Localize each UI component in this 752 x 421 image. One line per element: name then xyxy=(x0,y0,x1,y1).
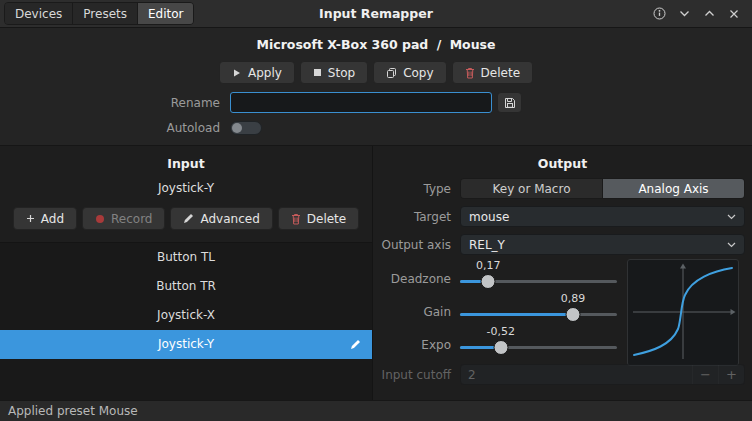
save-rename-button[interactable] xyxy=(497,92,522,113)
tab-presets[interactable]: Presets xyxy=(73,3,138,24)
deadzone-slider-row: Deadzone 0,17 xyxy=(380,259,617,290)
axis-tuning-section: Deadzone 0,17 Gain xyxy=(380,259,745,356)
target-dropdown[interactable]: mouse xyxy=(460,206,745,227)
add-label: Add xyxy=(41,212,64,226)
view-switcher: Devices Presets Editor xyxy=(4,2,194,25)
stop-button[interactable]: Stop xyxy=(300,61,368,84)
output-axis-value: REL_Y xyxy=(469,238,727,252)
copy-label: Copy xyxy=(403,66,433,80)
input-item-label: Joystick-X xyxy=(157,308,215,322)
status-bar: Applied preset Mouse xyxy=(0,400,752,421)
type-label: Type xyxy=(380,182,460,196)
input-cutoff-label: Input cutoff xyxy=(380,368,460,382)
expo-value: -0,52 xyxy=(487,325,515,338)
close-icon[interactable] xyxy=(725,5,743,23)
add-input-button[interactable]: Add xyxy=(13,207,77,230)
advanced-label: Advanced xyxy=(200,212,259,226)
input-cutoff-spinbox[interactable]: 2 − + xyxy=(460,364,745,385)
type-option-key-or-macro[interactable]: Key or Macro xyxy=(461,179,602,198)
rename-label: Rename xyxy=(0,96,230,110)
editor-panes: Input Joystick-Y Add Record Advanced Del xyxy=(0,146,752,400)
plus-icon[interactable]: + xyxy=(718,365,744,384)
input-list-item[interactable]: Button TL xyxy=(0,243,372,272)
type-row: Type Key or Macro Analog Axis xyxy=(380,178,745,199)
output-panel-title: Output xyxy=(380,156,745,171)
input-list: Button TL Button TR Joystick-X Joystick-… xyxy=(0,242,372,400)
chevron-down-icon xyxy=(727,242,736,248)
preset-header: Microsoft X-Box 360 pad / Mouse Apply St… xyxy=(0,28,752,146)
stop-icon xyxy=(313,68,322,77)
chevron-down-icon xyxy=(727,214,736,220)
floppy-icon xyxy=(504,97,516,109)
output-panel: Output Type Key or Macro Analog Axis Tar… xyxy=(373,146,752,400)
output-axis-dropdown[interactable]: REL_Y xyxy=(460,234,745,255)
autoload-toggle[interactable] xyxy=(230,121,262,135)
deadzone-value: 0,17 xyxy=(476,259,501,272)
slider-handle[interactable] xyxy=(493,340,508,355)
chevron-up-icon[interactable] xyxy=(700,5,718,23)
input-list-item-selected[interactable]: Joystick-Y xyxy=(0,330,372,359)
apply-label: Apply xyxy=(248,66,282,80)
input-item-label: Joystick-Y xyxy=(158,337,214,351)
gain-slider[interactable] xyxy=(460,305,617,323)
titlebar: Devices Presets Editor Input Remapper xyxy=(0,0,752,28)
input-item-label: Button TR xyxy=(156,279,216,293)
preset-actions: Apply Stop Copy Delete xyxy=(0,61,752,84)
apply-button[interactable]: Apply xyxy=(219,61,295,84)
gain-slider-row: Gain 0,89 xyxy=(380,292,617,323)
expo-slider[interactable] xyxy=(460,338,617,356)
deadzone-label: Deadzone xyxy=(380,272,460,290)
delete-input-button[interactable]: Delete xyxy=(278,207,359,230)
status-message: Applied preset Mouse xyxy=(8,404,138,418)
slider-handle[interactable] xyxy=(566,307,581,322)
record-label: Record xyxy=(111,212,152,226)
path-separator: / xyxy=(437,37,442,52)
input-cutoff-value: 2 xyxy=(461,368,692,382)
target-value: mouse xyxy=(469,210,727,224)
play-icon xyxy=(232,68,242,78)
pencil-icon xyxy=(183,213,194,224)
gain-label: Gain xyxy=(380,305,460,323)
expo-label: Expo xyxy=(380,338,460,356)
expo-slider-row: Expo -0,52 xyxy=(380,325,617,356)
toggle-knob xyxy=(232,123,242,133)
tab-devices[interactable]: Devices xyxy=(5,3,73,24)
window-controls xyxy=(650,5,752,23)
trash-icon xyxy=(291,213,301,225)
record-icon xyxy=(95,214,105,224)
gain-value: 0,89 xyxy=(561,292,586,305)
input-panel: Input Joystick-Y Add Record Advanced Del xyxy=(0,146,373,400)
tab-editor[interactable]: Editor xyxy=(138,3,194,24)
edit-pencil-icon[interactable] xyxy=(350,339,361,350)
chevron-down-icon[interactable] xyxy=(675,5,693,23)
preset-name: Mouse xyxy=(450,37,496,52)
copy-button[interactable]: Copy xyxy=(373,61,446,84)
input-list-item[interactable]: Button TR xyxy=(0,272,372,301)
record-button[interactable]: Record xyxy=(82,207,165,230)
rename-input[interactable] xyxy=(230,92,492,113)
advanced-button[interactable]: Advanced xyxy=(170,207,272,230)
device-name: Microsoft X-Box 360 pad xyxy=(257,37,429,52)
help-icon[interactable] xyxy=(650,5,668,23)
autoload-label: Autoload xyxy=(0,121,230,135)
input-panel-title: Input xyxy=(0,156,372,171)
copy-icon xyxy=(386,67,397,79)
minus-icon[interactable]: − xyxy=(692,365,718,384)
rename-row: Rename xyxy=(0,92,752,113)
delete-preset-button[interactable]: Delete xyxy=(452,61,533,84)
target-row: Target mouse xyxy=(380,206,745,227)
deadzone-slider[interactable] xyxy=(460,272,617,290)
slider-handle[interactable] xyxy=(481,274,496,289)
delete-input-label: Delete xyxy=(307,212,346,226)
plus-icon xyxy=(26,214,35,223)
slider-fill xyxy=(460,313,573,316)
current-input-name: Joystick-Y xyxy=(0,181,372,195)
autoload-row: Autoload xyxy=(0,121,752,135)
input-list-item[interactable]: Joystick-X xyxy=(0,301,372,330)
input-item-label: Button TL xyxy=(157,250,215,264)
type-segmented-control: Key or Macro Analog Axis xyxy=(460,178,745,199)
type-option-analog-axis[interactable]: Analog Axis xyxy=(602,179,744,198)
input-cutoff-row: Input cutoff 2 − + xyxy=(380,364,745,385)
input-actions: Add Record Advanced Delete xyxy=(0,207,372,230)
output-axis-row: Output axis REL_Y xyxy=(380,234,745,255)
